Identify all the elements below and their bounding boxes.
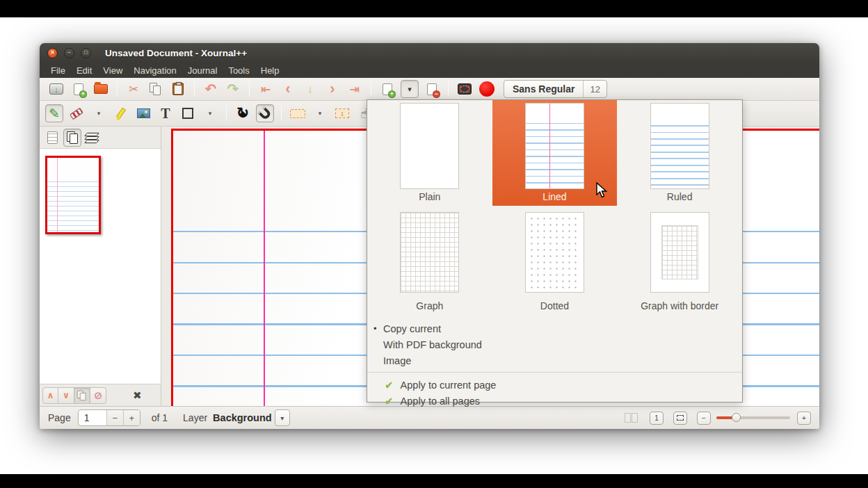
- first-page-button[interactable]: ⇤: [257, 80, 275, 98]
- zoom-slider-handle[interactable]: [732, 413, 741, 422]
- toolbar-separator: [226, 106, 227, 121]
- shape-tool-button[interactable]: [179, 104, 197, 122]
- cut-icon: ✂: [129, 83, 138, 95]
- lined-margin-line: [549, 104, 551, 188]
- new-document-icon: +: [74, 83, 83, 95]
- copy-button[interactable]: [147, 80, 165, 98]
- record-button[interactable]: [478, 80, 496, 98]
- menu-journal[interactable]: Journal: [182, 64, 223, 77]
- save-button[interactable]: ↓: [47, 80, 65, 98]
- insert-image-button[interactable]: [134, 104, 152, 122]
- fullscreen-button[interactable]: [456, 80, 474, 98]
- option-copy-current[interactable]: • Copy current: [367, 320, 742, 336]
- cut-button[interactable]: ✂: [124, 80, 143, 98]
- close-sidebar-button[interactable]: ✖: [133, 389, 142, 402]
- undo-button[interactable]: ↶: [202, 80, 220, 98]
- template-plain[interactable]: Plain: [367, 100, 492, 206]
- last-page-button[interactable]: ⇥: [346, 80, 364, 98]
- rotation-snapping-button[interactable]: ◆ ↻: [234, 104, 252, 122]
- next-page-button[interactable]: ›: [323, 80, 341, 98]
- page-down-button[interactable]: ↓: [301, 80, 319, 98]
- move-page-up-button[interactable]: ∧: [42, 387, 58, 404]
- zoom-fit-button[interactable]: [673, 412, 687, 425]
- page-increment-button[interactable]: +: [123, 410, 140, 425]
- minimize-button[interactable]: −: [64, 48, 74, 58]
- last-page-icon: ⇥: [350, 83, 360, 95]
- zoom-in-button[interactable]: +: [797, 412, 811, 425]
- tab-page-preview[interactable]: [63, 129, 81, 147]
- maximize-button[interactable]: □: [81, 48, 91, 58]
- apply-to-all-pages[interactable]: ✔ Apply to all pages: [367, 393, 742, 409]
- font-selector-button[interactable]: Sans Regular 12: [504, 80, 607, 98]
- zoom-slider[interactable]: [716, 416, 790, 419]
- template-graph-with-border[interactable]: Graph with border: [617, 206, 742, 315]
- dual-page-view-button[interactable]: [625, 413, 638, 423]
- template-dotted[interactable]: Dotted: [492, 206, 618, 315]
- new-document-button[interactable]: +: [70, 80, 88, 98]
- eraser-options-button[interactable]: ▾: [90, 104, 108, 122]
- zoom-out-button[interactable]: −: [697, 412, 711, 425]
- option-with-pdf-background[interactable]: With PDF background: [367, 336, 742, 352]
- previous-page-button[interactable]: ‹: [279, 80, 297, 98]
- graph-grid: [401, 213, 458, 292]
- minimize-icon: −: [67, 50, 71, 56]
- tab-contents[interactable]: [43, 129, 61, 147]
- menu-file[interactable]: File: [45, 64, 71, 77]
- layer-dropdown-button[interactable]: ▾: [275, 409, 290, 426]
- fullscreen-icon: [458, 83, 472, 95]
- template-graph[interactable]: Graph: [367, 206, 492, 315]
- letterbox-top: [0, 0, 868, 17]
- close-button[interactable]: ✕: [47, 48, 58, 58]
- open-button[interactable]: [92, 80, 110, 98]
- contents-icon: [47, 131, 58, 144]
- delete-page-button[interactable]: −: [423, 80, 441, 98]
- eraser-tool-button[interactable]: [67, 104, 86, 122]
- redo-button[interactable]: ↷: [224, 80, 242, 98]
- menu-view[interactable]: View: [97, 64, 128, 77]
- fit-page-icon: [677, 415, 684, 421]
- insert-page-icon: +: [383, 83, 392, 95]
- plus-badge-icon: +: [79, 90, 87, 98]
- page-thumbnail-selected[interactable]: [45, 156, 101, 234]
- highlighter-tool-button[interactable]: [112, 104, 130, 122]
- menu-navigation[interactable]: Navigation: [128, 64, 182, 77]
- toolbar-separator: [194, 81, 195, 97]
- copy-icon: [150, 83, 162, 95]
- copy-page-button[interactable]: [74, 387, 90, 404]
- pen-tool-button[interactable]: ✎: [45, 104, 63, 122]
- page-number-input[interactable]: 1: [79, 412, 106, 423]
- tab-layers[interactable]: [83, 129, 102, 147]
- delete-page-sidebar-button[interactable]: ⊘: [90, 387, 106, 404]
- select-options-button[interactable]: ▾: [311, 104, 329, 122]
- move-page-down-button[interactable]: ∨: [58, 387, 74, 404]
- shape-options-button[interactable]: ▾: [201, 104, 219, 122]
- plus-badge-icon: +: [388, 90, 396, 98]
- copy-page-icon: [77, 390, 87, 400]
- grid-snapping-button[interactable]: [256, 104, 274, 122]
- paste-button[interactable]: [169, 80, 187, 98]
- page-template-dropdown: Plain Lined Ruled Graph: [367, 99, 743, 402]
- text-tool-button[interactable]: T: [156, 104, 175, 122]
- vertical-space-tool-button[interactable]: ↕: [333, 104, 351, 122]
- option-image[interactable]: Image: [367, 352, 742, 368]
- insert-page-button[interactable]: +: [378, 80, 396, 98]
- template-grid: Plain Lined Ruled Graph: [367, 100, 742, 315]
- cursor-arrow-icon: [596, 182, 609, 199]
- apply-to-current-page[interactable]: ✔ Apply to current page: [367, 377, 742, 393]
- dual-page-left: [625, 413, 631, 423]
- dual-page-right: [632, 413, 638, 423]
- select-region-button[interactable]: [289, 104, 307, 122]
- menu-help[interactable]: Help: [255, 64, 285, 77]
- template-ruled[interactable]: Ruled: [617, 100, 742, 206]
- page-template-dropdown-button[interactable]: ▾: [401, 80, 419, 98]
- zoom-100-button[interactable]: 1: [650, 412, 664, 425]
- plain-thumbnail: [400, 103, 459, 189]
- page-decrement-button[interactable]: −: [106, 410, 123, 425]
- template-options: • Copy current With PDF background Image…: [367, 315, 742, 409]
- font-size: 12: [584, 84, 606, 95]
- first-page-icon: ⇤: [261, 83, 271, 95]
- screen: ✕ − □ Unsaved Document - Xournal++ File …: [0, 0, 868, 488]
- menu-tools[interactable]: Tools: [223, 64, 255, 77]
- menu-edit[interactable]: Edit: [71, 64, 97, 77]
- down-icon: ∨: [63, 390, 70, 400]
